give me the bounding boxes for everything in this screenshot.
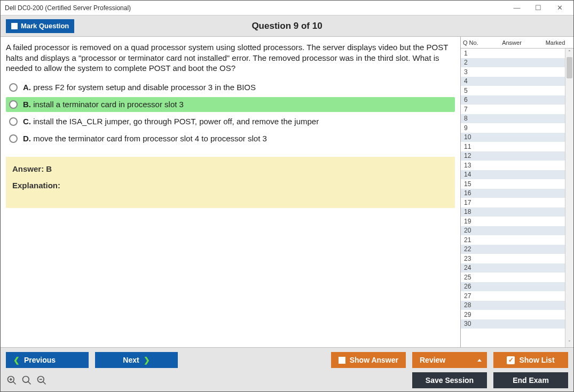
option-label: C. install the ISA_CLR jumper, go throug…	[23, 117, 319, 126]
footer-row-2: Save Session End Exam	[6, 372, 568, 388]
main-panel: A failed processor is removed on a quad …	[1, 37, 460, 347]
row-number: 18	[464, 208, 480, 215]
question-list-row[interactable]: 18	[461, 207, 565, 217]
row-number: 15	[464, 180, 480, 188]
row-number: 29	[464, 311, 480, 318]
question-list-row[interactable]: 9	[461, 123, 565, 133]
radio-icon	[9, 134, 18, 143]
question-list-row[interactable]: 19	[461, 217, 565, 226]
show-list-button[interactable]: ✓ Show List	[493, 352, 568, 368]
previous-label: Previous	[24, 356, 56, 364]
zoom-controls	[6, 374, 48, 386]
question-list-row[interactable]: 16	[461, 189, 565, 198]
question-list-row[interactable]: 3	[461, 67, 565, 77]
question-list-row[interactable]: 2	[461, 58, 565, 68]
review-label: Review	[420, 356, 445, 364]
row-number: 13	[464, 162, 480, 169]
row-number: 2	[464, 59, 480, 66]
zoom-out-icon[interactable]	[36, 374, 48, 386]
question-list-row[interactable]: 15	[461, 179, 565, 189]
question-list-row[interactable]: 23	[461, 254, 565, 263]
row-number: 4	[464, 77, 480, 85]
question-list-row[interactable]: 28	[461, 301, 565, 310]
answer-box: Answer: B Explanation:	[6, 157, 455, 208]
question-list-row[interactable]: 20	[461, 226, 565, 236]
question-list-row[interactable]: 7	[461, 105, 565, 114]
explanation-label: Explanation:	[12, 181, 449, 190]
show-answer-button[interactable]: Show Answer	[331, 352, 406, 368]
save-session-button[interactable]: Save Session	[412, 372, 487, 388]
maximize-icon[interactable]: ☐	[528, 2, 549, 14]
chevron-right-icon: ❯	[144, 356, 150, 364]
scroll-track[interactable]	[565, 57, 573, 339]
row-number: 21	[464, 236, 480, 244]
radio-icon	[9, 100, 18, 109]
row-number: 25	[464, 274, 480, 281]
zoom-in-icon[interactable]	[6, 374, 18, 386]
question-list-row[interactable]: 17	[461, 198, 565, 207]
question-list-row[interactable]: 13	[461, 161, 565, 170]
minimize-icon[interactable]: —	[506, 2, 528, 14]
scroll-thumb[interactable]	[567, 57, 572, 78]
checkbox-icon	[11, 23, 18, 29]
question-list-row[interactable]: 26	[461, 282, 565, 292]
row-number: 1	[464, 50, 480, 57]
options-list: A. press F2 for system setup and disable…	[6, 80, 455, 146]
app-window: Dell DC0-200 (Certified Server Professio…	[0, 0, 574, 392]
question-list-row[interactable]: 10	[461, 133, 565, 142]
review-button[interactable]: Review	[412, 352, 487, 368]
close-icon[interactable]: ✕	[549, 2, 570, 14]
scroll-down-icon[interactable]: ˇ	[565, 339, 573, 347]
question-counter: Question 9 of 10	[251, 21, 322, 31]
question-list-row[interactable]: 4	[461, 77, 565, 86]
row-number: 28	[464, 301, 480, 309]
scroll-up-icon[interactable]: ˆ	[565, 49, 573, 57]
option-c[interactable]: C. install the ISA_CLR jumper, go throug…	[6, 114, 455, 129]
svg-point-4	[23, 377, 29, 383]
question-list-row[interactable]: 27	[461, 291, 565, 301]
svg-line-7	[43, 382, 46, 385]
question-list-row[interactable]: 30	[461, 319, 565, 329]
col-qno: Q No.	[463, 39, 484, 46]
col-marked: Marked	[539, 39, 571, 46]
answer-label: Answer: B	[12, 164, 449, 173]
question-list-row[interactable]: 12	[461, 151, 565, 161]
zoom-reset-icon[interactable]	[21, 374, 33, 386]
question-list-row[interactable]: 22	[461, 245, 565, 254]
previous-button[interactable]: ❮ Previous	[6, 352, 89, 368]
question-text: A failed processor is removed on a quad …	[6, 42, 455, 74]
question-list-row[interactable]: 11	[461, 142, 565, 151]
show-answer-label: Show Answer	[350, 356, 398, 364]
row-number: 11	[464, 143, 480, 150]
option-d[interactable]: D. move the terminator card from process…	[6, 131, 455, 146]
option-b[interactable]: B. install a terminator card in processo…	[6, 97, 455, 112]
question-list-row[interactable]: 29	[461, 310, 565, 319]
end-exam-button[interactable]: End Exam	[493, 372, 568, 388]
question-list-row[interactable]: 8	[461, 114, 565, 124]
next-button[interactable]: Next ❯	[95, 352, 178, 368]
question-list-row[interactable]: 21	[461, 235, 565, 245]
question-list-row[interactable]: 6	[461, 95, 565, 105]
question-list-rows: 1234567891011121314151617181920212223242…	[461, 49, 565, 347]
row-number: 20	[464, 227, 480, 234]
footer-row-1: ❮ Previous Next ❯ Show Answer Review ✓ S…	[6, 352, 568, 368]
row-number: 5	[464, 87, 480, 94]
question-list-row[interactable]: 25	[461, 273, 565, 282]
end-exam-label: End Exam	[513, 376, 549, 385]
question-list-row[interactable]: 5	[461, 86, 565, 95]
question-list-row[interactable]: 24	[461, 263, 565, 273]
mark-question-button[interactable]: Mark Question	[6, 19, 74, 33]
svg-line-1	[13, 382, 16, 385]
row-number: 7	[464, 106, 480, 113]
row-number: 17	[464, 199, 480, 206]
col-answer: Answer	[484, 39, 539, 46]
option-a[interactable]: A. press F2 for system setup and disable…	[6, 80, 455, 95]
titlebar: Dell DC0-200 (Certified Server Professio…	[1, 1, 573, 15]
window-title: Dell DC0-200 (Certified Server Professio…	[4, 4, 506, 12]
option-label: A. press F2 for system setup and disable…	[23, 83, 256, 92]
question-list-row[interactable]: 14	[461, 170, 565, 180]
scrollbar[interactable]: ˆ ˇ	[565, 49, 573, 347]
question-list-body: 1234567891011121314151617181920212223242…	[461, 49, 573, 347]
question-list-row[interactable]: 1	[461, 49, 565, 58]
footer: ❮ Previous Next ❯ Show Answer Review ✓ S…	[1, 347, 573, 391]
